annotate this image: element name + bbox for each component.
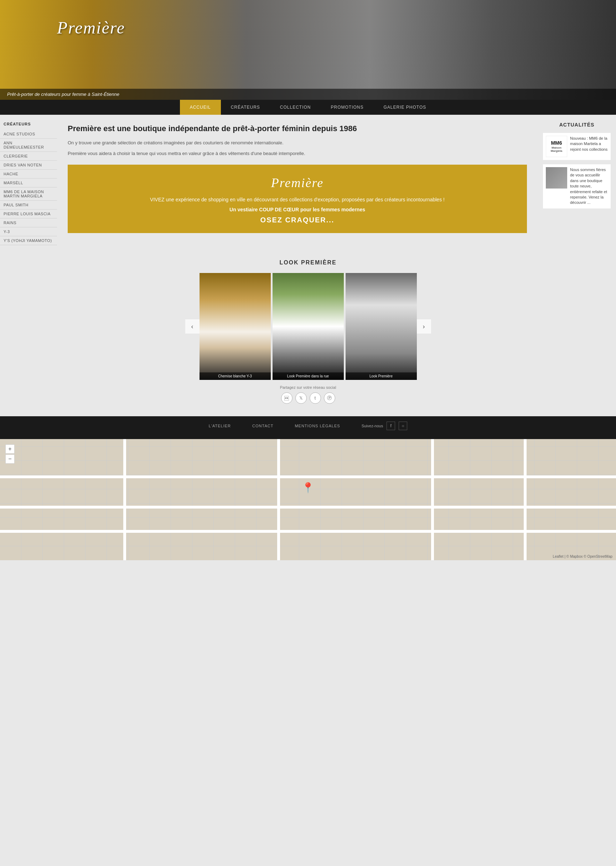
gold-box-text1: VIVEZ une expérience de shopping en vill…	[79, 196, 516, 203]
sidebar-item-ys[interactable]: Y'S (YOHJI YAMAMOTO)	[0, 236, 57, 245]
page-desc-1: On y trouve une grande sélection de créa…	[68, 139, 527, 147]
map-pin: 📍	[302, 482, 314, 494]
nav-galerie[interactable]: GALERIE PHOTOS	[374, 100, 437, 115]
map-road-v3	[431, 439, 434, 560]
hero-subtitle: Prêt-à-porter de créateurs pour femme à …	[7, 91, 119, 97]
sidebar-item-rains[interactable]: RAINS	[0, 218, 57, 227]
footer-facebook-icon[interactable]: f	[387, 421, 395, 430]
look-photo-img-3	[346, 273, 417, 380]
gold-box-cta: OSEZ CRAQUER...	[79, 216, 516, 224]
footer: L'ATELIER CONTACT MENTIONS LÉGALES Suive…	[0, 416, 616, 439]
gold-promo-box: Première VIVEZ une expérience de shoppin…	[68, 165, 527, 233]
map-background	[0, 439, 616, 560]
actualites-title: ACTUALITÉS	[543, 122, 611, 127]
look-caption-1: Chemise blanche Y-3	[200, 372, 271, 380]
nav-accueil[interactable]: ACCUEIL	[180, 100, 221, 115]
footer-social: Suivez-nous f ○	[361, 421, 408, 430]
footer-link-contact[interactable]: CONTACT	[252, 424, 273, 428]
sidebar-item-ann[interactable]: ANN DEMEULEMEESTER	[0, 138, 57, 152]
sidebar-item-y3[interactable]: Y-3	[0, 227, 57, 236]
map-zoom-out-button[interactable]: −	[5, 454, 15, 464]
look-container: LOOK PREMIÈRE ‹ Chemise blanche Y-3 Look…	[0, 252, 616, 416]
look-caption-3: Look Première	[346, 372, 417, 380]
look-photo-img-2	[273, 273, 344, 380]
nav-promotions[interactable]: PROMOTIONS	[321, 100, 374, 115]
sidebar-item-acne[interactable]: ACNE STUDIOS	[0, 130, 57, 138]
tumblr-icon[interactable]: t	[310, 392, 321, 404]
map-area: + − 📍 Leaflet | © Mapbox © OpenStreetMap	[0, 439, 616, 560]
hero-overlay: Prêt-à-porter de créateurs pour femme à …	[0, 89, 616, 100]
gold-box-logo: Première	[79, 175, 516, 190]
sidebar-item-marsell[interactable]: MARSÈLL	[0, 179, 57, 187]
map-road-v2	[277, 439, 280, 560]
look-caption-2: Look Première dans la rue	[273, 372, 344, 380]
main-nav: ACCUEIL CRÉATEURS COLLECTION PROMOTIONS …	[0, 100, 616, 115]
map-zoom-in-button[interactable]: +	[5, 445, 15, 454]
look-slider: ‹ Chemise blanche Y-3 Look Première dans…	[0, 273, 616, 380]
look-title: LOOK PREMIÈRE	[0, 259, 616, 266]
footer-links: L'ATELIER CONTACT MENTIONS LÉGALES Suive…	[0, 421, 616, 434]
map-road-v1	[123, 439, 126, 560]
nav-collection[interactable]: COLLECTION	[270, 100, 321, 115]
footer-instagram-icon[interactable]: ○	[399, 421, 407, 430]
content-row: CRÉATEURS ACNE STUDIOS ANN DEMEULEMEESTE…	[0, 115, 616, 252]
actualites-panel: ACTUALITÉS MM6 MaisonMargiela Nouveau : …	[537, 115, 616, 252]
sidebar-item-mm6[interactable]: MM6 DE LA MAISON MARTIN MARGIELA	[0, 187, 57, 201]
news-img-boutique	[546, 167, 567, 189]
gold-box-text2: Un vestiaire COUP DE CŒUR pour les femme…	[79, 207, 516, 212]
news-text-1: Nouveau : MM6 de la maison Martiela a re…	[570, 136, 608, 152]
look-photo-3: Look Première	[346, 273, 417, 380]
page-title: Première est une boutique indépendante d…	[68, 124, 527, 134]
look-photo-img-1	[200, 273, 271, 380]
news-card-2[interactable]: Nous sommes fières de vous accueillir da…	[543, 164, 611, 209]
map-controls: + −	[5, 445, 15, 464]
map-road-v4	[524, 439, 526, 560]
social-icons-list:  𝕏 t Ⓟ	[0, 392, 616, 404]
twitter-icon[interactable]: 𝕏	[295, 392, 307, 404]
sidebar-item-paul[interactable]: PAUL SMITH	[0, 201, 57, 209]
sidebar: CRÉATEURS ACNE STUDIOS ANN DEMEULEMEESTE…	[0, 115, 57, 252]
look-photos: Chemise blanche Y-3 Look Première dans l…	[200, 273, 417, 380]
news-text-2: Nous sommes fières de vous accueillir da…	[570, 167, 608, 206]
look-photo-1: Chemise blanche Y-3	[200, 273, 271, 380]
main-content: Première est une boutique indépendante d…	[57, 115, 537, 252]
slider-next-button[interactable]: ›	[417, 319, 431, 333]
look-photo-2: Look Première dans la rue	[273, 273, 344, 380]
sidebar-item-pierre[interactable]: PIERRE LOUIS MASCIA	[0, 209, 57, 218]
sidebar-title: CRÉATEURS	[0, 122, 57, 130]
facebook-icon[interactable]: 	[281, 392, 292, 404]
footer-suivez-label: Suivez-nous	[361, 424, 383, 428]
sidebar-item-clergerie[interactable]: CLERGERIE	[0, 152, 57, 161]
map-credit: Leaflet | © Mapbox © OpenStreetMap	[553, 555, 613, 558]
hero-banner: Première Prêt-à-porter de créateurs pour…	[0, 0, 616, 100]
sidebar-item-dries[interactable]: DRIES VAN NOTEN	[0, 161, 57, 170]
slider-prev-button[interactable]: ‹	[185, 319, 200, 333]
footer-link-mentions[interactable]: MENTIONS LÉGALES	[295, 424, 340, 428]
social-share-text: Partagez sur votre réseau social	[0, 385, 616, 390]
pinterest-icon[interactable]: Ⓟ	[324, 392, 335, 404]
social-share-section: Partagez sur votre réseau social  𝕏 t Ⓟ	[0, 380, 616, 409]
footer-link-atelier[interactable]: L'ATELIER	[209, 424, 231, 428]
news-card-1[interactable]: MM6 MaisonMargiela Nouveau : MM6 de la m…	[543, 133, 611, 160]
news-img-mm6: MM6 MaisonMargiela	[546, 136, 567, 157]
look-section: LOOK PREMIÈRE ‹ Chemise blanche Y-3 Look…	[0, 252, 616, 416]
sidebar-item-hache[interactable]: HACHE	[0, 170, 57, 179]
page-desc-2: Première vous aidera à choisir la tenue …	[68, 150, 527, 157]
hero-logo: Première	[57, 18, 125, 38]
nav-createurs[interactable]: CRÉATEURS	[221, 100, 270, 115]
